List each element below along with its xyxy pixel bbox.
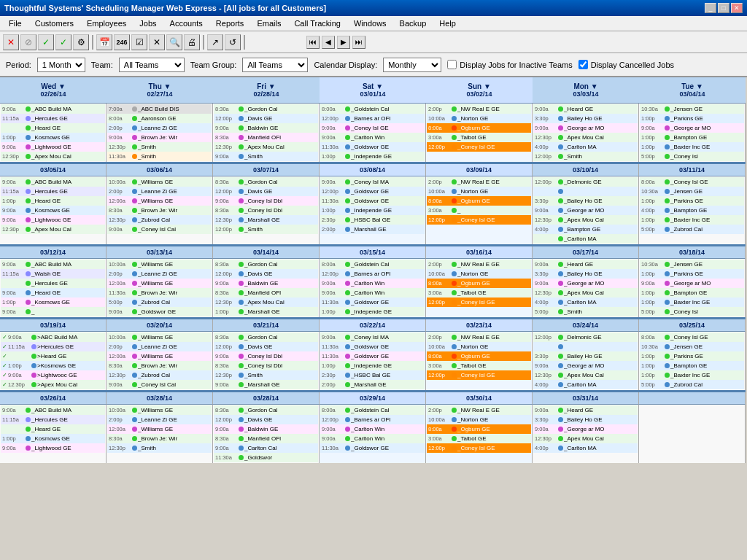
event[interactable]: 11:15a_Hercules GE [1, 187, 105, 196]
event[interactable]: 10:00a_Norton GE [427, 342, 531, 351]
event[interactable]: 4:00p_Bampton GE [533, 225, 638, 234]
event-coney-2[interactable]: 12:00p_Coney Isl GE [427, 215, 531, 225]
event[interactable]: 1:00p_Heard GE [1, 196, 105, 206]
event[interactable]: 11:30a_Goldswor GE [320, 443, 425, 453]
event[interactable]: 9:00a_Baldwin GE [214, 279, 318, 288]
cancelled-jobs-checkbox[interactable] [578, 60, 588, 69]
event[interactable]: 2:30p_HSBC Bal GE [320, 215, 425, 225]
event-ogburn-2[interactable]: 8:00a_Ogburn GE [427, 196, 531, 206]
event[interactable]: _Heard GE [1, 123, 105, 133]
event[interactable]: 10:30a_Jensen GE [640, 187, 744, 196]
event[interactable]: 11:30a_Goldswor GE [320, 142, 425, 152]
event[interactable]: 10:30a_Jensen GE [640, 260, 744, 269]
event[interactable]: 12:00p_Davis GE [214, 342, 318, 351]
event[interactable]: 4:00p_Carlton MA [533, 298, 638, 307]
event[interactable]: 9:00a_Heard GE [1, 288, 105, 298]
event[interactable]: 3:00a_Talbot GE [427, 361, 531, 370]
event[interactable]: 12:30p_Zubrod Cal [107, 215, 212, 225]
event[interactable]: 1:00p_Parkins GE [640, 114, 744, 123]
event[interactable]: 9:00a_ABC Build MA [1, 177, 105, 187]
event[interactable]: 3:00a_Talbot GE [427, 288, 531, 298]
event[interactable]: 11:30a_Goldswor GE [320, 342, 425, 351]
event[interactable]: 7:00a_ABC Build DIS [107, 104, 212, 114]
event[interactable]: 9:00a_Brown Je: Wir [107, 133, 212, 142]
event[interactable]: 9:00a_George ar MO [533, 206, 638, 215]
event[interactable]: 12:30p_Apex Mou Cal [533, 288, 638, 298]
menu-help[interactable]: Help [433, 18, 462, 29]
event[interactable]: 8:00a_Coney Isl GE [640, 177, 744, 187]
event[interactable]: _Heard GE [1, 424, 105, 434]
event[interactable]: 1:00p_Baxter Inc GE [640, 298, 744, 307]
num-button[interactable]: 246 [114, 34, 130, 50]
search-button[interactable]: 🔍 [166, 34, 182, 50]
nav-prev[interactable]: ◀ [322, 36, 335, 49]
event[interactable]: 11:30a_Smith [107, 152, 212, 161]
event[interactable]: 2:00p_Marshall GE [320, 380, 425, 389]
event[interactable]: 11:15a_Hercules GE [1, 114, 105, 123]
event[interactable]: 9:00a_Carlton Win [320, 279, 425, 288]
event[interactable]: 9:00a_Carlton Win [320, 424, 425, 434]
menu-emails[interactable]: Emails [251, 18, 287, 29]
event[interactable]: 1:00p_Kosmows GE [1, 298, 105, 307]
event[interactable]: 11:30a_Goldswor GE [320, 351, 425, 361]
event[interactable]: ✓11:15a>Hercules GE [1, 342, 105, 351]
event-ogburn-3[interactable]: 8:00a_Ogburn GE [427, 279, 531, 288]
event[interactable]: 3:00a_Talbot GE [427, 434, 531, 443]
event[interactable]: 9:00a_Carlton Cal [214, 443, 318, 453]
event[interactable]: 9:00a_Carlton Win [320, 133, 425, 142]
event[interactable]: 9:00a_Goldswor GE [107, 307, 212, 316]
event[interactable]: 12:00a_Williams GE [107, 351, 212, 361]
event[interactable] [533, 342, 638, 351]
event[interactable]: 1:00p_Baxter Inc GE [640, 142, 744, 152]
event[interactable]: 8:30a_Gordon Cal [214, 104, 318, 114]
event[interactable]: 9:00a_ABC Build MA [1, 104, 105, 114]
event[interactable]: 1:00p_Independe GE [320, 152, 425, 161]
event[interactable]: 10:00a_Norton GE [427, 114, 531, 123]
event-coney-3[interactable]: 12:00p_Coney Isl GE [427, 298, 531, 307]
event[interactable]: 12:30p_Apex Mou Cal [533, 370, 638, 380]
event[interactable]: ✓12:30p>Apex Mou Cal [1, 380, 105, 389]
event[interactable]: 12:00p_Davis GE [214, 269, 318, 279]
event[interactable]: 2:00p_NW Real E GE [427, 405, 531, 415]
event[interactable]: 8:30a_Manfield OFI [214, 133, 318, 142]
event[interactable]: 8:00a_Goldstein Cal [320, 260, 425, 269]
event[interactable]: 2:30p_HSBC Bal GE [320, 370, 425, 380]
event[interactable]: 12:00p_Davis GE [214, 114, 318, 123]
nav-last[interactable]: ⏭ [352, 36, 365, 49]
event[interactable]: 8:30a_Gordon Cal [214, 260, 318, 269]
event[interactable]: 12:00p_Barnes ar OFI [320, 269, 425, 279]
event[interactable]: 12:30p_Apex Mou Cal [533, 215, 638, 225]
menu-backup[interactable]: Backup [394, 18, 433, 29]
maximize-button[interactable]: □ [718, 3, 729, 13]
event[interactable]: 10:00a_Williams GE [107, 260, 212, 269]
event[interactable]: 9:00a_Smith [214, 152, 318, 161]
event[interactable]: 8:00a_Goldstein Cal [320, 104, 425, 114]
event[interactable]: 1:00p_Kosmows GE [1, 434, 105, 443]
event-coney-highlight[interactable]: 12:00p_Coney Isl GE [427, 142, 531, 152]
event[interactable]: 11:30a_Brown Je: Wir [107, 288, 212, 298]
close-button[interactable]: ✕ [731, 3, 743, 13]
tool-btn-3[interactable]: ☑ [131, 34, 147, 50]
calendar-button[interactable]: 📅 [96, 34, 112, 50]
event[interactable]: 9:00a_George ar MO [533, 123, 638, 133]
menu-accounts[interactable]: Accounts [164, 18, 209, 29]
event[interactable]: 12:30p_Apex Mou Cal [214, 298, 318, 307]
event[interactable]: 4:00p_Carlton MA [533, 443, 638, 453]
event-ogburn-5[interactable]: 8:00a_Ogburn GE [427, 424, 531, 434]
delete-button[interactable]: ⊘ [20, 34, 36, 50]
nav-next[interactable]: ▶ [337, 36, 350, 49]
event[interactable]: 9:00a_Kosmows GE [1, 206, 105, 215]
event[interactable]: 8:30a_Coney Isl Dbl [214, 361, 318, 370]
event[interactable]: 8:00a_Aaronson GE [107, 114, 212, 123]
event[interactable]: 2:00p_Marshall GE [320, 225, 425, 234]
event[interactable]: 8:30a_Gordon Cal [214, 405, 318, 415]
event[interactable]: 2:00p_Leanne Zi GE [107, 269, 212, 279]
event[interactable]: ✓9:00a>ABC Build MA [1, 332, 105, 342]
event[interactable]: 12:00p_Davis GE [214, 187, 318, 196]
event[interactable]: 3:30p_Bailey Ho GE [533, 351, 638, 361]
event[interactable]: 9:00a_Heard GE [533, 104, 638, 114]
tool-arrow[interactable]: ↗ [207, 34, 223, 50]
event[interactable]: 12:00p_Davis GE [214, 415, 318, 424]
cancelled-jobs-label[interactable]: Display Cancelled Jobs [578, 60, 674, 69]
event[interactable]: 8:30a_Coney Isl Dbl [214, 206, 318, 215]
